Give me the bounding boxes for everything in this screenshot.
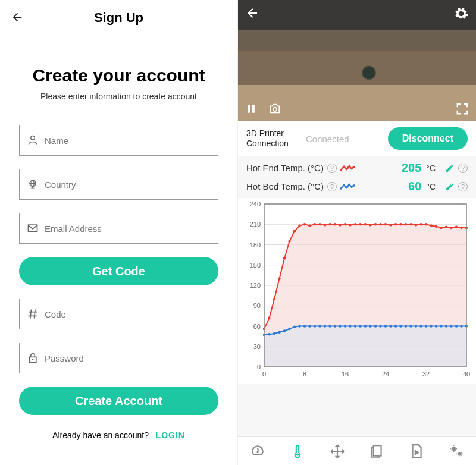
svg-point-96 <box>328 325 331 327</box>
camera-feed <box>238 0 476 121</box>
password-field[interactable] <box>19 343 218 373</box>
svg-point-97 <box>334 325 336 327</box>
svg-point-49 <box>298 224 300 227</box>
svg-point-81 <box>460 227 462 229</box>
code-input[interactable] <box>45 309 211 319</box>
svg-text:240: 240 <box>250 200 261 208</box>
camera-back-icon[interactable] <box>245 6 259 20</box>
svg-point-80 <box>455 226 458 228</box>
svg-point-108 <box>389 325 392 327</box>
help-icon[interactable]: ? <box>327 164 337 173</box>
country-field[interactable] <box>19 169 218 200</box>
svg-point-91 <box>303 325 306 327</box>
svg-text:120: 120 <box>250 282 261 289</box>
svg-text:0: 0 <box>262 370 266 378</box>
password-input[interactable] <box>45 353 211 363</box>
svg-point-59 <box>349 224 351 226</box>
move-tab-icon[interactable] <box>330 444 345 459</box>
svg-rect-9 <box>248 105 250 112</box>
svg-point-93 <box>314 325 316 327</box>
svg-rect-127 <box>374 445 381 455</box>
svg-point-114 <box>419 325 422 327</box>
svg-point-95 <box>324 325 326 327</box>
svg-point-13 <box>346 167 349 169</box>
files-tab-icon[interactable] <box>369 444 384 459</box>
svg-text:24: 24 <box>382 370 389 378</box>
email-input[interactable] <box>45 224 211 234</box>
svg-text:210: 210 <box>250 221 261 228</box>
edit-hotbed-icon[interactable] <box>445 182 455 191</box>
hotend-temp-value: 205 <box>402 161 421 175</box>
lock-icon <box>27 352 39 364</box>
svg-point-106 <box>379 325 381 327</box>
svg-point-109 <box>394 325 397 327</box>
svg-point-90 <box>298 325 300 327</box>
temp-unit: °C <box>426 182 436 191</box>
login-link[interactable]: LOGIN <box>156 431 185 440</box>
svg-point-92 <box>308 325 311 327</box>
connection-label: 3D Printer Connection <box>246 128 300 149</box>
help-icon[interactable]: ? <box>458 182 468 191</box>
help-icon[interactable]: ? <box>327 182 337 191</box>
svg-point-79 <box>450 227 452 229</box>
svg-point-115 <box>425 325 427 327</box>
svg-point-103 <box>364 325 367 327</box>
edit-hotend-icon[interactable] <box>445 164 455 173</box>
svg-point-57 <box>339 224 341 226</box>
svg-point-44 <box>273 298 275 300</box>
svg-text:40: 40 <box>463 370 470 378</box>
camera-capture-icon[interactable] <box>268 102 282 115</box>
code-field[interactable] <box>19 299 218 329</box>
svg-point-104 <box>369 325 371 327</box>
svg-point-11 <box>273 108 277 111</box>
svg-point-116 <box>430 325 432 327</box>
hash-icon <box>27 308 39 320</box>
svg-point-69 <box>399 223 402 225</box>
create-account-heading: Create your account <box>0 65 237 86</box>
back-icon[interactable] <box>11 11 24 24</box>
get-code-button[interactable]: Get Code <box>19 257 218 285</box>
hotend-series-icon <box>340 165 355 172</box>
svg-point-76 <box>435 225 437 227</box>
svg-point-112 <box>409 325 412 327</box>
svg-point-107 <box>384 325 387 327</box>
svg-point-87 <box>283 329 286 332</box>
svg-point-71 <box>409 223 412 225</box>
svg-point-84 <box>268 333 270 335</box>
svg-point-58 <box>344 223 346 225</box>
svg-point-55 <box>328 223 331 225</box>
video-file-tab-icon[interactable] <box>409 444 424 459</box>
svg-point-75 <box>430 224 432 227</box>
name-field[interactable] <box>19 125 218 156</box>
disconnect-button[interactable]: Disconnect <box>388 127 468 150</box>
svg-point-94 <box>318 325 321 327</box>
svg-point-125 <box>257 451 259 453</box>
svg-point-77 <box>440 227 442 229</box>
pause-icon[interactable] <box>245 103 257 115</box>
temperature-tab-icon[interactable] <box>290 444 305 459</box>
dashboard-tab-icon[interactable] <box>250 444 265 459</box>
svg-text:90: 90 <box>253 302 261 309</box>
svg-point-89 <box>293 325 296 328</box>
create-account-button[interactable]: Create Account <box>19 387 218 415</box>
hotbed-temp-value: 60 <box>408 180 421 193</box>
fullscreen-icon[interactable] <box>456 102 469 115</box>
svg-point-120 <box>450 325 452 327</box>
svg-text:0: 0 <box>257 363 261 370</box>
svg-text:16: 16 <box>342 370 349 378</box>
svg-point-0 <box>31 136 35 140</box>
email-field[interactable] <box>19 213 218 244</box>
globe-icon <box>27 178 39 190</box>
settings-tab-icon[interactable] <box>449 444 464 459</box>
svg-point-47 <box>288 240 290 243</box>
name-input[interactable] <box>45 136 211 146</box>
hotbed-series-icon <box>340 183 355 190</box>
settings-gear-icon[interactable] <box>453 6 469 21</box>
svg-point-119 <box>445 325 447 327</box>
svg-point-129 <box>458 452 462 456</box>
svg-point-102 <box>359 325 361 327</box>
svg-point-52 <box>314 223 316 225</box>
help-icon[interactable]: ? <box>458 164 468 173</box>
country-input[interactable] <box>45 180 211 190</box>
svg-point-67 <box>389 224 392 226</box>
